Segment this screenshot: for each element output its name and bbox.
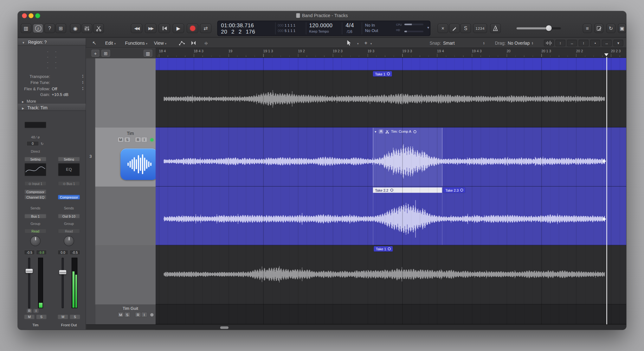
pan-knob[interactable]: [64, 236, 74, 246]
zoom-presets-button[interactable]: ▾: [613, 40, 623, 46]
track-icon[interactable]: [120, 149, 158, 180]
command-tool-chevron[interactable]: ▾: [369, 38, 372, 48]
setting-button[interactable]: Setting: [24, 157, 46, 161]
track-header-tim[interactable]: Tim M S R I: [95, 127, 156, 187]
vertical-zoom-slider-button[interactable]: ↕: [579, 40, 589, 46]
eq-thumbnail[interactable]: EQ: [58, 163, 80, 176]
plugin-slot-compressor-selected[interactable]: Compressor: [58, 195, 80, 199]
automation-mode-button[interactable]: Read: [24, 229, 46, 233]
input-slot[interactable]: ⊙ Input 1: [24, 181, 46, 186]
bar-ruler[interactable]: 18 4 18 4 3 19 19 1 3 19 2 19 2 3 19 3 1…: [156, 48, 626, 57]
list-editors-button[interactable]: ≡: [583, 23, 592, 33]
library-button[interactable]: ▥: [21, 23, 31, 33]
solo-button[interactable]: S: [69, 314, 80, 319]
peak-value-box[interactable]: -0.5: [69, 250, 80, 255]
pointer-tool-chevron[interactable]: ▾: [356, 38, 359, 48]
add-multiple-tracks-button[interactable]: ⊞: [101, 50, 110, 57]
zoom-lock-button[interactable]: ▪: [590, 40, 600, 46]
flex-follow-row[interactable]: Flex & Follow: Off ▴▾: [18, 86, 86, 92]
pointer-tool-menu[interactable]: [347, 40, 356, 46]
send-slot-bus1[interactable]: Bus 1: [24, 214, 46, 218]
automation-toggle-button[interactable]: [179, 40, 185, 46]
lcd-chevron-icon[interactable]: ▾: [427, 26, 429, 30]
playhead-triangle[interactable]: [604, 53, 609, 56]
horizontal-fit-zoom-button[interactable]: ↔: [567, 40, 577, 46]
take-lane-2[interactable]: Take 2.2 Take 2.3: [156, 187, 626, 245]
inspector-button[interactable]: i: [33, 23, 43, 33]
strip-setting-display[interactable]: [24, 122, 46, 128]
mute-button[interactable]: M: [58, 314, 68, 319]
solo-button[interactable]: S: [36, 314, 47, 319]
pointer-up-left-icon[interactable]: ↖: [91, 40, 98, 46]
input-monitor-button[interactable]: I: [141, 137, 147, 142]
playhead-line[interactable]: [606, 57, 607, 324]
close-button[interactable]: [22, 13, 27, 18]
input-cycle-icon[interactable]: ↻: [37, 142, 47, 146]
volume-value-box[interactable]: -0.5: [24, 250, 35, 255]
stepper-icon[interactable]: ▴▾: [82, 86, 83, 90]
flex-toggle-button[interactable]: [190, 40, 197, 46]
pan-knob[interactable]: [30, 236, 41, 246]
take-2-3-badge[interactable]: Take 2.3: [443, 188, 465, 193]
waveform-zoom-button[interactable]: [544, 40, 554, 46]
record-enable-button[interactable]: R: [27, 309, 32, 313]
master-volume-slider[interactable]: [517, 27, 561, 29]
volume-fader-cap[interactable]: [59, 270, 66, 274]
mixer-button[interactable]: [81, 23, 92, 33]
setting-button[interactable]: Setting: [58, 157, 80, 161]
comp-section-highlight[interactable]: [373, 128, 442, 187]
snap-dropdown[interactable]: Snap: Smart ▴▾: [430, 38, 485, 48]
input-monitor-button[interactable]: I: [141, 312, 147, 317]
count-in-button[interactable]: 1234: [473, 23, 487, 33]
drag-dropdown[interactable]: Drag: No Overlap ▴▾: [495, 38, 533, 48]
track-lane-tim-guit[interactable]: [156, 304, 626, 324]
take-lane-header-2[interactable]: [95, 245, 156, 305]
mute-button[interactable]: M: [24, 314, 35, 319]
metronome-button[interactable]: [490, 23, 501, 33]
take-lane-lower[interactable]: Take 1: [156, 245, 626, 304]
region-inspector-header[interactable]: ▼ Region: ?: [18, 38, 86, 45]
media-browser-button[interactable]: ▣: [618, 23, 626, 33]
smart-controls-button[interactable]: ◉: [70, 23, 81, 33]
more-disclosure[interactable]: ▶ More: [18, 99, 90, 104]
comp-region-header[interactable]: ▼ A Tim: Comp A: [374, 130, 416, 134]
phantom-row[interactable]: 48 ⁄ ø: [23, 135, 48, 139]
view-menu[interactable]: View▾: [154, 38, 166, 48]
go-to-beginning-button[interactable]: [158, 23, 170, 33]
track-header-tim-guit[interactable]: Tim Guit M S R I: [95, 304, 156, 324]
comp-section-boundary[interactable]: [373, 128, 373, 186]
group-label[interactable]: Group: [23, 222, 48, 226]
comp-region-tim[interactable]: ▼ A Tim: Comp A: [156, 127, 626, 187]
plugin-slot-channel-eq[interactable]: Channel EQ: [24, 195, 46, 199]
rewind-button[interactable]: ◀◀: [131, 23, 143, 33]
loop-browser-button[interactable]: ↻: [606, 23, 615, 33]
record-enable-button[interactable]: R: [135, 137, 141, 142]
play-button[interactable]: ▶: [173, 23, 184, 33]
notepad-button[interactable]: [594, 23, 603, 33]
take-region-badge[interactable]: Take 1: [373, 71, 392, 77]
solo-mode-button[interactable]: S: [460, 23, 471, 33]
take-2-2-header[interactable]: Take 2.2: [373, 188, 442, 193]
track-name[interactable]: Tim Guit: [108, 306, 153, 310]
monitor-mode-label[interactable]: Direct: [23, 149, 48, 153]
mute-button[interactable]: M: [118, 312, 124, 317]
zoom-button[interactable]: [35, 13, 40, 18]
peak-value-box[interactable]: -9.8: [36, 250, 47, 255]
eq-thumbnail[interactable]: [24, 163, 46, 176]
command-click-tool-menu[interactable]: +: [363, 40, 369, 46]
toolbar-toggle-button[interactable]: ⊞: [55, 23, 66, 33]
lcd-display[interactable]: 01:00:38.716 20 2 2 176 000 1 1 1 1 000 …: [217, 21, 431, 36]
forward-button[interactable]: ▶▶: [145, 23, 157, 33]
cycle-button[interactable]: ⇄: [200, 23, 212, 33]
plugin-slot-compressor[interactable]: Compressor: [24, 189, 46, 194]
add-track-button[interactable]: +: [92, 50, 100, 57]
stepper-icon[interactable]: ▴▾: [82, 74, 83, 78]
volume-knob[interactable]: [546, 25, 551, 31]
input-slot[interactable]: ⊙ Bus 1: [58, 181, 80, 186]
gain-row[interactable]: Gain: +10.5 dB: [18, 92, 86, 98]
upper-take-lane-header[interactable]: [95, 58, 156, 128]
horizontal-zoom-slider-button[interactable]: ↔: [602, 40, 612, 46]
output-slot[interactable]: Out 9-10: [58, 214, 80, 218]
automation-mode-button[interactable]: Read: [58, 229, 80, 233]
low-latency-button[interactable]: [449, 23, 460, 33]
